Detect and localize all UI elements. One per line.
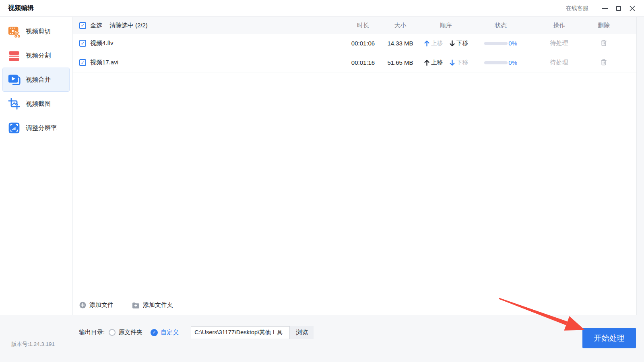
column-header-order: 顺序 [417, 22, 475, 29]
sidebar-item-label: 视频分割 [26, 51, 51, 60]
status-text: 待处理 [527, 39, 591, 47]
move-down-button[interactable]: 下移 [449, 39, 468, 47]
add-folder-button[interactable]: 添加文件夹 [132, 301, 173, 309]
app-title: 视频编辑 [8, 4, 34, 12]
file-name: 视频17.avi [90, 59, 118, 66]
folder-plus-icon [132, 302, 140, 309]
original-folder-label[interactable]: 原文件夹 [118, 329, 142, 336]
file-size: 51.65 MB [383, 59, 417, 66]
arrow-down-icon [449, 60, 455, 66]
selected-count: (2/2) [135, 22, 148, 29]
arrow-up-icon [424, 40, 430, 47]
minimize-button[interactable] [598, 0, 612, 16]
custom-folder-radio[interactable] [151, 329, 158, 336]
video-split-icon [7, 48, 21, 63]
trash-icon [600, 58, 607, 66]
select-all-checkbox[interactable] [79, 22, 86, 29]
sidebar: 视频剪切 视频分割 视频合并 [0, 17, 72, 315]
move-up-button[interactable]: 上移 [424, 39, 443, 47]
video-screenshot-icon [7, 97, 21, 111]
close-button[interactable] [625, 0, 639, 16]
delete-button[interactable] [600, 58, 607, 66]
move-down-button[interactable]: 下移 [449, 59, 468, 66]
add-file-button[interactable]: 添加文件 [79, 301, 114, 309]
delete-button[interactable] [600, 39, 607, 47]
video-cut-icon [7, 24, 21, 39]
table-row: 视频4.flv 00:01:06 14.33 MB 上移 下移 0% 待处理 [73, 34, 636, 53]
column-header-operation: 操作 [527, 22, 591, 29]
arrow-down-icon [449, 40, 455, 47]
maximize-icon [616, 6, 621, 11]
row-checkbox[interactable] [79, 59, 86, 66]
plus-circle-icon [79, 302, 86, 309]
close-icon [630, 6, 635, 11]
sidebar-item-video-cut[interactable]: 视频剪切 [2, 19, 70, 43]
browse-button[interactable]: 浏览 [290, 326, 314, 339]
row-checkbox[interactable] [79, 40, 86, 47]
sidebar-item-label: 视频合并 [26, 76, 51, 84]
sidebar-item-video-split[interactable]: 视频分割 [2, 43, 70, 68]
sidebar-item-adjust-resolution[interactable]: 调整分辨率 [2, 116, 70, 140]
sidebar-item-video-merge[interactable]: 视频合并 [2, 68, 70, 92]
output-path-input[interactable] [191, 326, 290, 339]
file-duration: 00:01:06 [343, 40, 383, 47]
arrow-up-icon [424, 60, 430, 66]
minimize-icon [602, 8, 608, 9]
file-name: 视频4.flv [90, 39, 114, 47]
title-bar: 视频编辑 在线客服 [0, 0, 644, 16]
progress-percent: 0% [508, 40, 517, 47]
video-merge-icon [7, 72, 21, 87]
trash-icon [600, 39, 607, 47]
output-settings: 输出目录: 原文件夹 自定义 浏览 [79, 326, 314, 339]
file-duration: 00:01:16 [343, 59, 383, 66]
add-actions-row: 添加文件 添加文件夹 [73, 295, 636, 315]
sidebar-item-label: 调整分辨率 [26, 124, 57, 132]
title-bar-controls: 在线客服 [566, 0, 639, 16]
file-size: 14.33 MB [383, 40, 417, 47]
progress-bar [484, 61, 508, 64]
column-header-delete: 删除 [591, 22, 616, 29]
table-row: 视频17.avi 00:01:16 51.65 MB 上移 下移 0% 待处理 [73, 53, 636, 72]
adjust-resolution-icon [7, 121, 21, 135]
maximize-button[interactable] [612, 0, 625, 16]
sidebar-item-video-screenshot[interactable]: 视频截图 [2, 92, 70, 116]
version-text: 版本号:1.24.3.191 [11, 341, 55, 348]
column-header-status: 状态 [475, 22, 527, 29]
table-header-row: 全选 清除选中(2/2) 时长 大小 顺序 状态 操作 删除 [73, 17, 636, 34]
status-text: 待处理 [527, 59, 591, 66]
column-header-duration: 时长 [343, 22, 383, 29]
select-all-link[interactable]: 全选 [90, 22, 102, 29]
online-support-link[interactable]: 在线客服 [566, 5, 588, 12]
progress-bar [484, 42, 508, 45]
column-header-size: 大小 [383, 22, 417, 29]
output-directory-label: 输出目录: [79, 329, 105, 336]
custom-folder-label[interactable]: 自定义 [161, 329, 179, 336]
progress-percent: 0% [508, 59, 517, 66]
start-processing-button[interactable]: 开始处理 [582, 328, 636, 348]
clear-selected-link[interactable]: 清除选中 [109, 22, 134, 29]
sidebar-item-label: 视频截图 [26, 100, 51, 108]
sidebar-item-label: 视频剪切 [26, 27, 51, 36]
original-folder-radio[interactable] [109, 329, 116, 336]
move-up-button[interactable]: 上移 [424, 59, 443, 66]
file-list-panel: 全选 清除选中(2/2) 时长 大小 顺序 状态 操作 删除 视频4.flv 0… [73, 17, 637, 315]
